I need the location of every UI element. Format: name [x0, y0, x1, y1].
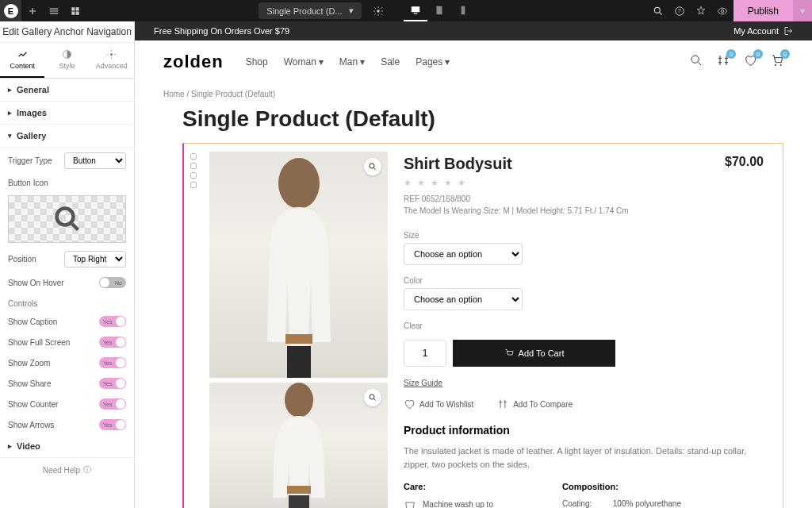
gallery-image-1[interactable] [209, 152, 388, 378]
magnifier-icon [53, 205, 82, 233]
search-icon[interactable] [648, 0, 669, 21]
crumb-home[interactable]: Home [163, 90, 185, 98]
page-title-dropdown[interactable]: Single Product (D... ▾ [259, 2, 361, 19]
svg-point-21 [370, 394, 374, 399]
product-price: $70.00 [725, 155, 764, 169]
svg-point-12 [775, 64, 776, 65]
toggle-show-counter[interactable]: Yes [99, 398, 126, 410]
my-account-link[interactable]: My Account [733, 26, 793, 36]
zoom-icon[interactable] [364, 158, 381, 175]
control-show-fullscreen: Show Full ScreenYes [0, 332, 134, 352]
svg-rect-20 [289, 495, 309, 508]
toggle-show-caption[interactable]: Yes [99, 316, 126, 327]
tab-advanced[interactable]: Advanced [90, 43, 134, 78]
publish-options[interactable]: ▾ [793, 0, 812, 21]
svg-point-10 [56, 209, 73, 225]
logout-icon [783, 26, 793, 36]
nav-man[interactable]: Man▾ [339, 56, 365, 67]
product-title: Shirt Bodysuit [404, 155, 512, 173]
preview-icon[interactable] [712, 0, 733, 21]
svg-point-18 [285, 383, 313, 418]
header-cart-icon[interactable]: 0 [771, 54, 783, 70]
device-desktop[interactable] [404, 0, 427, 21]
toggle-show-arrows[interactable]: Yes [99, 419, 126, 430]
device-tablet[interactable] [427, 0, 451, 21]
cart-icon [504, 348, 514, 358]
gallery-image-2[interactable] [209, 383, 388, 508]
site-header: zolden Shop Woman▾ Man▾ Sale Pages▾ 0 0 … [135, 40, 812, 83]
nav-pages[interactable]: Pages▾ [416, 56, 450, 67]
header-compare-icon[interactable]: 0 [717, 54, 730, 70]
nav-shop[interactable]: Shop [246, 56, 268, 67]
toggle-show-on-hover[interactable]: No [99, 277, 126, 288]
svg-point-0 [377, 10, 380, 13]
add-icon[interactable] [21, 0, 43, 21]
svg-point-17 [370, 164, 374, 168]
site-logo[interactable]: zolden [163, 52, 224, 72]
field-show-on-hover: Show On Hover No [0, 272, 134, 293]
elementor-logo[interactable]: E [0, 0, 21, 21]
clear-options[interactable]: Clear [404, 321, 764, 330]
settings-panel-icon[interactable] [43, 0, 64, 21]
care-heading: Care: [404, 482, 530, 491]
svg-point-13 [780, 64, 781, 65]
toggle-show-share[interactable]: Yes [99, 378, 126, 389]
device-mobile[interactable] [451, 0, 475, 21]
field-position: Position Top Right [0, 246, 134, 272]
need-help[interactable]: Need Helpⓘ [0, 458, 134, 482]
add-to-compare[interactable]: Add To Compare [497, 398, 573, 410]
svg-point-9 [110, 53, 113, 56]
structure-icon[interactable] [64, 0, 86, 21]
svg-rect-19 [287, 486, 311, 494]
zoom-icon[interactable] [364, 389, 381, 406]
section-general[interactable]: ▸General [0, 79, 134, 102]
whats-new-icon[interactable] [691, 0, 712, 21]
svg-rect-2 [436, 6, 442, 14]
size-select[interactable]: Choose an option [404, 243, 523, 265]
control-show-counter: Show CounterYes [0, 394, 134, 414]
thumb-3[interactable] [190, 172, 197, 179]
wash-icon [404, 499, 416, 508]
svg-point-11 [691, 56, 699, 63]
svg-point-7 [721, 10, 724, 13]
page-settings-icon[interactable] [368, 0, 389, 21]
publish-button[interactable]: Publish [733, 0, 793, 21]
page-title: Single Product (Default) [135, 105, 812, 143]
add-to-wishlist[interactable]: Add To Wishlist [404, 398, 473, 410]
tab-style[interactable]: Style [44, 43, 89, 78]
tab-content[interactable]: Content [0, 43, 44, 78]
chevron-down-icon: ▾ [349, 6, 354, 16]
quantity-input[interactable] [404, 340, 446, 367]
color-select[interactable]: Choose an option [404, 288, 523, 310]
help-icon[interactable]: ? [669, 0, 691, 21]
trigger-type-select[interactable]: Button [64, 152, 126, 169]
add-to-cart-button[interactable]: Add To Cart [453, 340, 615, 367]
position-select[interactable]: Top Right [64, 251, 126, 267]
product-section: Shirt Bodysuit $70.00 ★ ★ ★ ★ ★ REF 0652… [182, 143, 783, 508]
svg-rect-3 [461, 6, 465, 14]
control-show-share: Show ShareYes [0, 373, 134, 394]
nav-woman[interactable]: Woman▾ [284, 56, 324, 67]
thumb-4[interactable] [190, 182, 197, 188]
chevron-down-icon: ▾ [445, 56, 450, 67]
header-wishlist-icon[interactable]: 0 [744, 54, 756, 70]
comp-row: Coating:100% polyurethane [562, 499, 681, 508]
product-info-desc: The insulated jacket is made of leather.… [404, 444, 764, 471]
toggle-show-zoom[interactable]: Yes [99, 357, 126, 368]
gallery-thumbs [189, 152, 198, 508]
model-front-image [247, 152, 350, 378]
section-images[interactable]: ▸Images [0, 102, 134, 125]
header-search-icon[interactable] [690, 54, 703, 70]
product-meta: REF 0652/168/800 The Model Is Wearing Si… [404, 193, 764, 217]
preview-canvas: Free Shipping On Orders Over $79 My Acco… [135, 21, 812, 508]
button-icon-preview[interactable] [8, 195, 126, 243]
section-gallery[interactable]: ▾Gallery [0, 125, 134, 148]
thumb-2[interactable] [190, 163, 197, 169]
rating-stars[interactable]: ★ ★ ★ ★ ★ [404, 178, 764, 188]
thumb-1[interactable] [190, 153, 197, 160]
field-trigger-type: Trigger Type Button [0, 148, 134, 174]
nav-sale[interactable]: Sale [381, 56, 400, 67]
toggle-show-fullscreen[interactable]: Yes [99, 337, 126, 348]
size-guide-link[interactable]: Size Guide [404, 379, 442, 387]
section-video[interactable]: ▸Video [0, 435, 134, 458]
